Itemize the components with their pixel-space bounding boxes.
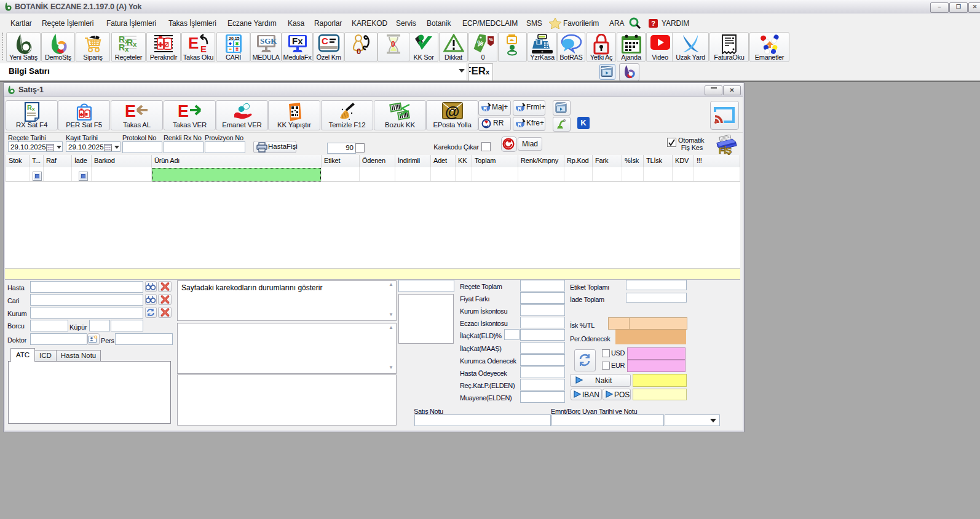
svg-text:FİŞ: FİŞ	[719, 145, 732, 155]
svg-text:20,15: 20,15	[229, 36, 240, 41]
svg-text:E: E	[200, 44, 207, 53]
svg-text:C: C	[322, 36, 328, 46]
svg-text:0: 0	[357, 47, 361, 55]
svg-text:R: R	[518, 106, 522, 112]
svg-text:Fx: Fx	[292, 36, 303, 46]
svg-text:E: E	[125, 102, 136, 119]
svg-text:R: R	[518, 122, 522, 128]
svg-text:0: 0	[391, 40, 395, 49]
svg-text:E: E	[178, 102, 189, 119]
svg-text:@: @	[445, 103, 459, 119]
svg-text:R: R	[483, 106, 488, 112]
svg-text:SGK: SGK	[260, 36, 277, 46]
svg-text:E: E	[188, 34, 199, 52]
svg-text:%: %	[489, 37, 493, 42]
